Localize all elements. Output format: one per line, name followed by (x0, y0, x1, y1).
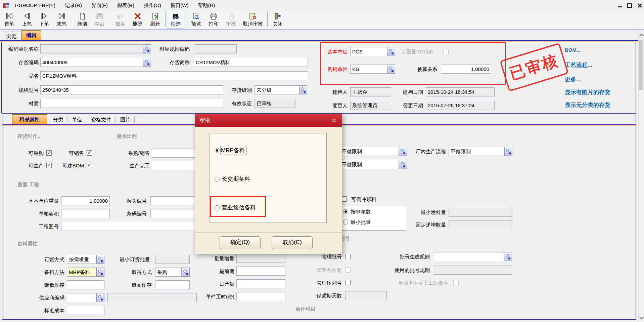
option-mrp-radio[interactable] (215, 148, 220, 153)
limit2-lookup-icon[interactable] (399, 160, 407, 169)
issue-by-request-radio[interactable] (343, 209, 348, 214)
toolbar-close-button[interactable]: 关闭 (269, 11, 286, 29)
base-unit-lookup-icon[interactable] (387, 47, 395, 56)
unit-time-field[interactable] (236, 292, 285, 301)
menu-item-report[interactable]: 报表(R) (112, 0, 139, 10)
fixed-increment-field[interactable] (449, 220, 512, 229)
toolbar-audit-button[interactable]: 审核 (222, 11, 240, 29)
lead-time-field[interactable] (236, 267, 285, 276)
manage-batch-checkbox[interactable] (345, 254, 351, 259)
more-link[interactable]: 更多... (565, 76, 581, 83)
option-long-lead-radio[interactable] (215, 177, 220, 182)
bom-link[interactable]: BOM... (565, 47, 581, 53)
toolbar-first-button[interactable]: 首笔 (1, 11, 18, 29)
dialog-ok-button[interactable]: 确定(Q) (220, 236, 261, 249)
process-flow-link[interactable]: 工艺流程... (565, 61, 592, 69)
limit1-field[interactable]: 不做限制 (340, 147, 399, 156)
restore-button[interactable] (625, 2, 634, 9)
limit1-lookup-icon[interactable] (399, 147, 407, 156)
menu-item-operation[interactable]: 操作(O) (139, 0, 166, 10)
toolbar-filter-button[interactable]: 筛选 (167, 11, 184, 29)
menu-item-help[interactable]: 帮助(H) (193, 0, 220, 10)
dialog-close-icon[interactable]: × (330, 116, 338, 125)
menu-item-app[interactable]: T-GROUP ERP(E) (9, 0, 60, 10)
toolbar-print-button[interactable]: 打印 (205, 11, 222, 29)
item-code-lookup-icon[interactable] (143, 58, 151, 67)
order-method-field[interactable]: 按需求量 (67, 255, 96, 264)
tab-edit[interactable]: 编辑 (21, 30, 41, 40)
item-level-field[interactable]: 未分级 (255, 85, 299, 94)
coding-category-field[interactable] (40, 44, 143, 53)
menu-item-window[interactable]: 窗口(W) (166, 0, 193, 10)
manage-validity-checkbox[interactable] (345, 267, 351, 273)
item-abbr-field[interactable]: CR12MOV精料 (194, 58, 308, 67)
trade-unit-lookup-icon[interactable] (387, 65, 395, 74)
show-unclassified-link[interactable]: 显示无分类的存货 (565, 101, 610, 109)
min-issue-qty-field[interactable] (449, 208, 512, 217)
toolbar-preview-button[interactable]: 预览 (187, 11, 205, 29)
option-forecast-radio[interactable] (215, 205, 220, 210)
scroll-up-icon[interactable] (639, 34, 644, 38)
batch-rule-lookup-icon[interactable] (504, 252, 512, 261)
no-manual-batch-checkbox[interactable] (453, 280, 459, 285)
factory-flow-field[interactable]: 不做限制 (449, 147, 504, 156)
manage-serial-checkbox[interactable] (345, 280, 351, 285)
daily-output-field[interactable] (236, 279, 285, 288)
toolbar-discard-button[interactable]: 放弃 (111, 11, 129, 29)
toolbar-delete-button[interactable]: 删除 (129, 11, 146, 29)
toolbar-next-button[interactable]: 下笔 (36, 11, 53, 29)
acquire-method-lookup-icon[interactable] (182, 268, 190, 277)
acquire-method-field[interactable]: 采购 (155, 268, 182, 277)
batch-increment-field[interactable] (236, 254, 285, 263)
spec-field[interactable]: 250*240*35 (40, 85, 223, 94)
toolbar-prev-button[interactable]: 上笔 (18, 11, 36, 29)
std-cost-field[interactable] (67, 306, 104, 315)
base-unit-field[interactable]: PCS (350, 47, 387, 56)
subtab-unit[interactable]: 单位 (69, 116, 85, 124)
toolbar-new-button[interactable]: 新增 (74, 11, 91, 29)
material-field[interactable] (40, 99, 223, 108)
factory-flow-lookup-icon[interactable] (504, 147, 512, 156)
supplier-code-field[interactable] (67, 293, 96, 302)
limit2-field[interactable]: 不做限制 (340, 160, 399, 169)
purchasable-checkbox[interactable] (46, 150, 52, 156)
subtab-item-attributes[interactable]: 料品属性 (12, 114, 47, 124)
rule-code-field[interactable] (194, 44, 237, 53)
base-weight-field[interactable]: 1.00000 (61, 196, 110, 205)
stock-method-lookup-icon[interactable] (96, 268, 104, 277)
stock-method-field[interactable]: MRP备料 (67, 268, 96, 277)
show-with-image-link[interactable]: 显示有图片的存货 (565, 88, 610, 96)
trade-unit-field[interactable]: KG (350, 65, 387, 74)
item-code-field[interactable]: 400400008 (40, 58, 143, 67)
minimize-button[interactable] (615, 2, 624, 9)
used-batch-rule-field[interactable] (434, 266, 512, 275)
scroll-down-icon[interactable] (639, 315, 644, 319)
producible-checkbox[interactable] (46, 163, 52, 168)
max-stock-field[interactable] (155, 280, 190, 289)
option-mrp-label[interactable]: MRP备料 (221, 146, 246, 155)
toolbar-refresh-button[interactable]: 刷新 (146, 11, 164, 29)
tab-browse[interactable]: 浏览 (3, 32, 20, 40)
supplier-code-lookup-icon[interactable] (96, 293, 104, 302)
toolbar-cancel-audit-button[interactable]: 取消审核 (240, 11, 266, 29)
coding-category-lookup-icon[interactable] (143, 44, 151, 53)
box-volume-field[interactable] (61, 209, 110, 218)
item-level-lookup-icon[interactable] (299, 85, 307, 94)
pay-by-weight-checkbox[interactable] (443, 49, 449, 54)
min-stock-field[interactable] (67, 280, 104, 289)
option-long-lead-label[interactable]: 长交期备料 (222, 175, 250, 183)
order-method-lookup-icon[interactable] (96, 255, 104, 264)
issue-min-batch-radio[interactable] (343, 219, 348, 225)
shelf-days-field[interactable] (345, 291, 387, 300)
min-order-batch-field[interactable] (155, 255, 190, 264)
conversion-field[interactable]: 1.00000 (441, 65, 491, 74)
subtab-classification[interactable]: 分类 (50, 116, 66, 124)
toolbar-save-button[interactable]: 存盘 (91, 11, 108, 29)
subtab-image[interactable]: 图片 (118, 116, 133, 124)
toolbar-last-button[interactable]: 末笔 (53, 11, 71, 29)
menu-item-interface[interactable]: 界面(F) (87, 0, 112, 10)
vertical-scrollbar[interactable] (638, 30, 644, 322)
sellable-checkbox[interactable] (87, 150, 92, 156)
dialog-cancel-button[interactable]: 取消(C) (272, 236, 313, 249)
scrollbar-thumb[interactable] (639, 40, 643, 90)
